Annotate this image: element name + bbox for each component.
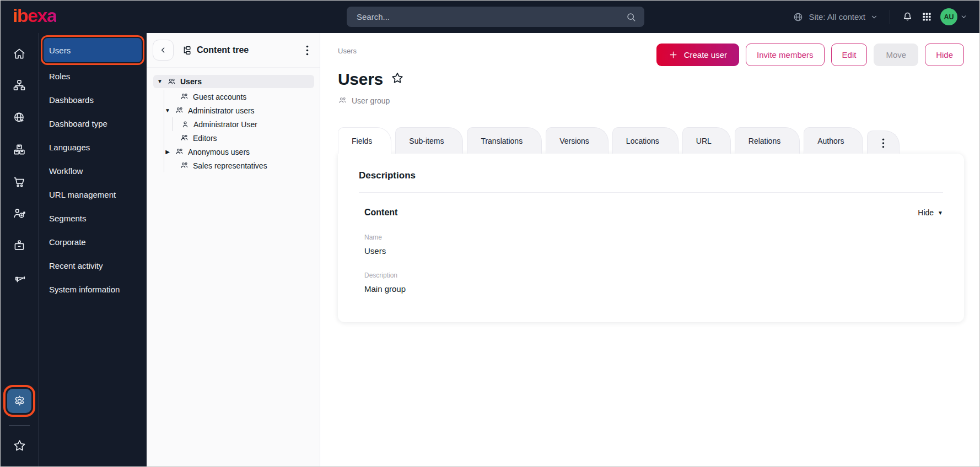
tree-node-guest-accounts[interactable]: Guest accounts: [164, 90, 314, 104]
commerce-cart-icon[interactable]: [7, 170, 31, 194]
user-group-icon: [180, 161, 189, 170]
user-group-icon: [175, 147, 184, 156]
topbar-right: Site: All context AU: [793, 8, 967, 25]
sidebar-item-url-management[interactable]: URL management: [44, 183, 142, 207]
sidebar-item-dashboards[interactable]: Dashboards: [44, 88, 142, 112]
tree-node-label: Guest accounts: [193, 93, 246, 101]
marketing-megaphone-icon[interactable]: [7, 265, 31, 290]
action-buttons: Create user Invite members Edit Move Hid…: [656, 44, 964, 66]
tab-sub-items[interactable]: Sub-items: [395, 127, 463, 154]
user-icon: [181, 120, 190, 129]
site-context-label: Site: All context: [809, 12, 865, 21]
caret-right-icon[interactable]: ▶: [164, 149, 171, 155]
content-type-label: User group: [352, 96, 390, 105]
sidebar-item-corporate[interactable]: Corporate: [44, 230, 142, 254]
tab-versions[interactable]: Versions: [546, 127, 609, 154]
user-group-icon: [175, 106, 184, 115]
app-grid-icon[interactable]: [922, 12, 932, 22]
globe-icon: [793, 12, 804, 23]
sidebar-item-workflow[interactable]: Workflow: [44, 159, 142, 183]
field-label: Description: [364, 271, 943, 279]
tab-locations[interactable]: Locations: [612, 127, 679, 154]
tab-url[interactable]: URL: [682, 127, 731, 154]
bookmarks-star-icon[interactable]: [7, 433, 31, 458]
sidebar-item-users[interactable]: Users: [44, 38, 142, 62]
tree-options-kebab-icon[interactable]: [304, 43, 311, 58]
edit-button[interactable]: Edit: [831, 44, 868, 66]
user-group-icon: [180, 133, 189, 143]
search-input[interactable]: [357, 12, 626, 21]
personalization-icon[interactable]: [7, 202, 31, 226]
sidebar-item-label: Languages: [49, 143, 90, 152]
tree-node-administrator-user[interactable]: Administrator User: [173, 117, 314, 131]
tab-translations[interactable]: Translations: [467, 127, 542, 154]
caret-down-icon[interactable]: ▼: [157, 79, 163, 84]
invite-members-button[interactable]: Invite members: [746, 44, 825, 66]
user-menu[interactable]: AU: [940, 8, 967, 25]
content-tree-icon: [181, 45, 192, 56]
move-button[interactable]: Move: [874, 44, 918, 66]
sidebar-item-languages[interactable]: Languages: [44, 135, 142, 159]
field-value: Main group: [364, 284, 943, 294]
ibexa-logo[interactable]: ibexa: [13, 6, 56, 28]
fields-card: Descriptions Content Hide ▼ Name Users D…: [338, 154, 964, 322]
tree-node-anonymous-users[interactable]: ▶ Anonymous users: [164, 145, 314, 159]
tree-node-label: Administrator users: [188, 106, 255, 115]
tree-node-sales-representatives[interactable]: Sales representatives: [164, 159, 314, 172]
ibexa-admin-screen: ibexa Site: All context: [0, 0, 980, 467]
products-icon[interactable]: [7, 138, 31, 162]
content-type-row: User group: [338, 96, 964, 105]
content-tree-title: Content tree: [197, 45, 249, 55]
icon-rail: [1, 33, 38, 466]
sidebar-item-label: Roles: [49, 72, 70, 81]
site-management-icon[interactable]: [7, 106, 31, 130]
caret-down-icon: ▼: [938, 210, 943, 216]
create-user-label: Create user: [684, 50, 727, 59]
corporate-icon[interactable]: [7, 234, 31, 258]
tab-fields[interactable]: Fields: [338, 127, 391, 154]
create-user-button[interactable]: Create user: [656, 44, 739, 66]
sidebar-item-recent-activity[interactable]: Recent activity: [44, 254, 142, 278]
plus-icon: [669, 50, 678, 59]
tab-relations[interactable]: Relations: [735, 127, 800, 154]
tab-more-kebab-icon[interactable]: [867, 131, 900, 154]
collapse-tree-button[interactable]: [153, 40, 174, 61]
user-group-icon: [167, 77, 176, 86]
sidebar-item-label: Segments: [49, 214, 87, 223]
tree-node-users[interactable]: ▼ Users: [153, 75, 314, 88]
topbar: ibexa Site: All context: [1, 1, 979, 33]
user-group-icon: [180, 92, 189, 101]
sidebar-item-dashboard-type[interactable]: Dashboard type: [44, 112, 142, 135]
content-structure-icon[interactable]: [7, 74, 31, 98]
search-icon[interactable]: [626, 12, 637, 23]
tab-authors[interactable]: Authors: [804, 127, 863, 154]
caret-down-icon[interactable]: ▼: [164, 108, 171, 113]
tree-node-label: Editors: [193, 134, 217, 143]
sidebar-item-roles[interactable]: Roles: [44, 64, 142, 88]
chevron-down-icon: [870, 13, 878, 21]
tree-node-editors[interactable]: Editors: [164, 131, 314, 145]
settings-gear-icon[interactable]: [7, 389, 31, 413]
avatar[interactable]: AU: [940, 8, 957, 25]
tree-node-administrator-users[interactable]: ▼ Administrator users: [164, 104, 314, 117]
sidebar-item-label: Workflow: [49, 166, 83, 176]
sidebar-item-segments[interactable]: Segments: [44, 207, 142, 230]
sidebar-item-system-information[interactable]: System information: [44, 278, 142, 301]
content-tree: ▼ Users: [147, 68, 320, 172]
sidebar-item-label: URL management: [49, 190, 116, 199]
sidebar-item-label: System information: [49, 285, 120, 294]
global-search[interactable]: [347, 7, 644, 27]
tree-node-label: Administrator User: [193, 120, 257, 129]
field-value: Users: [364, 246, 943, 256]
rail-divider: [9, 425, 30, 426]
topbar-divider: [890, 10, 890, 24]
hide-button[interactable]: Hide: [925, 44, 964, 66]
site-context-selector[interactable]: Site: All context: [793, 12, 878, 23]
tree-node-label: Users: [180, 77, 202, 86]
notifications-bell-icon[interactable]: [902, 11, 913, 23]
section-title: Content: [364, 208, 397, 218]
home-icon[interactable]: [7, 42, 31, 66]
main-content: Users Create user Invite members Edit Mo…: [320, 33, 979, 466]
bookmark-star-icon[interactable]: [390, 71, 405, 88]
section-collapse-toggle[interactable]: Hide ▼: [918, 208, 943, 217]
